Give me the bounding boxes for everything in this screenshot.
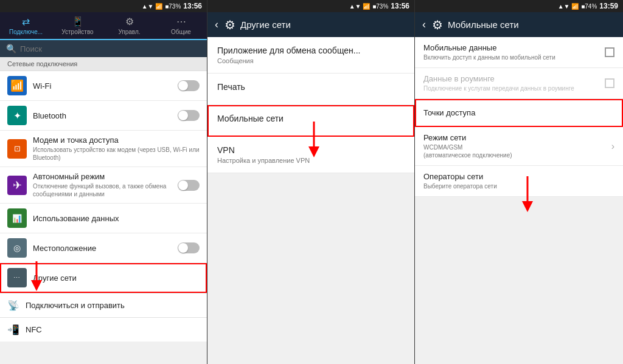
item-access-points[interactable]: Точки доступа (415, 99, 623, 127)
general-icon: ⋯ (176, 16, 186, 27)
data-usage-icon: 📊 (7, 208, 27, 228)
item-data-roaming[interactable]: Данные в роуминге Подключение к услугам … (415, 68, 623, 99)
item-mobile-data[interactable]: Мобильные данные Включить доступ к данны… (415, 37, 623, 68)
tab-general-label: Общие (171, 29, 191, 35)
status-icons-3: ▲▼ 📶 (558, 3, 579, 10)
data-usage-title: Использование данных (33, 214, 200, 223)
status-icons-2: ▲▼ 📶 (349, 3, 371, 10)
nfc-label: NFC (26, 325, 42, 334)
item-network-operators[interactable]: Операторы сети Выберите оператора сети (415, 166, 623, 197)
tabs-row: ⇄ Подключе... 📱 Устройство ⚙ Управл. ⋯ О… (0, 12, 207, 40)
connect-send-icon: 📡 (7, 300, 19, 311)
data-roaming-checkbox[interactable] (605, 78, 614, 88)
bluetooth-toggle[interactable] (178, 110, 200, 121)
connect-icon: ⇄ (22, 16, 30, 27)
mobile-data-title: Мобильные данные (423, 43, 555, 52)
messages-sub: Сообщения (217, 57, 405, 64)
tab-connect[interactable]: ⇄ Подключе... (0, 12, 52, 40)
bluetooth-title: Bluetooth (33, 111, 172, 120)
airplane-subtitle: Отключение функций вызовов, а также обме… (33, 182, 172, 198)
wifi-toggle[interactable] (178, 80, 200, 91)
tab-manage[interactable]: ⚙ Управл. (103, 12, 155, 40)
tab-device-label: Устройство (61, 29, 93, 35)
status-icons-1: ▲▼ 📶 (142, 3, 163, 10)
panel-1: ▲▼ 📶 ■73% 13:56 ⇄ Подключе... 📱 Устройст… (0, 0, 207, 364)
panel2-content: Приложение для обмена сообщен... Сообщен… (207, 37, 414, 364)
item-nfc[interactable]: 📲 NFC (0, 317, 207, 342)
item-data-usage[interactable]: 📊 Использование данных (0, 204, 207, 233)
network-operators-title: Операторы сети (423, 172, 483, 181)
tab-device[interactable]: 📱 Устройство (52, 12, 103, 40)
section-header-network: Сетевые подключения (0, 57, 207, 71)
item-wifi[interactable]: 📶 Wi-Fi (0, 71, 207, 101)
item-bluetooth[interactable]: ✦ Bluetooth (0, 101, 207, 131)
panel3-content: Мобильные данные Включить доступ к данны… (415, 37, 623, 364)
airplane-toggle[interactable] (178, 180, 200, 191)
gear-icon-3: ⚙ (432, 18, 443, 32)
access-points-title: Точки доступа (423, 108, 475, 117)
back-button-3[interactable]: ‹ (421, 17, 427, 32)
panel-2: ▲▼ 📶 ■73% 13:56 ‹ ⚙ Другие сети Приложен… (207, 0, 415, 364)
time-2: 13:56 (391, 2, 409, 10)
other-networks-title: Другие сети (33, 273, 200, 283)
item-location[interactable]: ◎ Местоположение (0, 233, 207, 263)
location-toggle[interactable] (178, 242, 200, 253)
wifi-title: Wi-Fi (33, 81, 172, 91)
search-input[interactable] (20, 44, 201, 53)
panel3-header-title: Мобильные сети (448, 19, 519, 30)
status-bar-2: ▲▼ 📶 ■73% 13:56 (207, 0, 414, 12)
location-icon: ◎ (7, 238, 27, 258)
other-networks-icon: ⋯ (7, 268, 27, 287)
item-network-mode[interactable]: Режим сети WCDMA/GSM(автоматическое подк… (415, 127, 623, 166)
print-title: Печать (217, 82, 405, 92)
airplane-title: Автономный режим (33, 172, 172, 181)
tab-manage-label: Управл. (118, 29, 140, 35)
menu-messages[interactable]: Приложение для обмена сообщен... Сообщен… (207, 37, 414, 74)
messages-title: Приложение для обмена сообщен... (217, 46, 405, 55)
tab-connect-label: Подключе... (9, 29, 43, 35)
mobile-data-sub: Включить доступ к данным по мобильной се… (423, 53, 555, 61)
wifi-icon: 📶 (7, 76, 27, 95)
time-1: 13:56 (183, 2, 202, 10)
device-icon: 📱 (72, 16, 84, 27)
modem-icon: ⊡ (7, 139, 27, 159)
panel2-header: ‹ ⚙ Другие сети (207, 12, 414, 37)
battery-1: ■73% (165, 3, 181, 10)
network-operators-sub: Выберите оператора сети (423, 182, 497, 190)
item-modem[interactable]: ⊡ Модем и точка доступа Использовать уст… (0, 131, 207, 167)
search-bar: 🔍 (0, 40, 207, 57)
network-mode-chevron: › (611, 141, 614, 152)
menu-print[interactable]: Печать (207, 74, 414, 105)
nfc-icon: 📲 (7, 324, 19, 335)
mobile-networks-title: Мобильные сети (217, 114, 405, 123)
network-mode-sub: WCDMA/GSM(автоматическое подключение) (423, 143, 512, 159)
menu-vpn[interactable]: VPN Настройка и управление VPN (207, 137, 414, 173)
location-title: Местоположение (33, 244, 172, 253)
time-3: 13:59 (599, 2, 618, 10)
vpn-sub: Настройка и управление VPN (217, 157, 405, 164)
panel3-header: ‹ ⚙ Мобильные сети (415, 12, 623, 37)
mobile-data-checkbox[interactable] (605, 47, 614, 57)
data-roaming-title: Данные в роуминге (423, 74, 574, 83)
item-airplane[interactable]: ✈ Автономный режим Отключение функций вы… (0, 167, 207, 204)
vpn-title: VPN (217, 145, 405, 155)
search-icon: 🔍 (6, 44, 16, 53)
airplane-icon: ✈ (7, 176, 27, 195)
modem-title: Модем и точка доступа (33, 136, 200, 145)
tab-general[interactable]: ⋯ Общие (155, 12, 207, 40)
manage-icon: ⚙ (125, 16, 134, 27)
item-connect-send[interactable]: 📡 Подключиться и отправить (0, 293, 207, 317)
item-other-networks[interactable]: ⋯ Другие сети (0, 263, 207, 293)
back-button-2[interactable]: ‹ (214, 17, 220, 32)
gear-icon-2: ⚙ (224, 18, 235, 32)
menu-mobile-networks[interactable]: Мобильные сети (207, 105, 414, 137)
data-roaming-sub: Подключение к услугам передачи данных в … (423, 84, 574, 92)
modem-subtitle: Использовать устройство как модем (через… (33, 146, 200, 162)
status-bar-1: ▲▼ 📶 ■73% 13:56 (0, 0, 207, 12)
network-mode-title: Режим сети (423, 133, 512, 142)
battery-3: ■74% (581, 3, 597, 10)
bluetooth-icon: ✦ (7, 106, 27, 125)
panel-3: ▲▼ 📶 ■74% 13:59 ‹ ⚙ Мобильные сети Мобил… (415, 0, 623, 364)
status-bar-3: ▲▼ 📶 ■74% 13:59 (415, 0, 623, 12)
panel2-header-title: Другие сети (240, 19, 291, 30)
